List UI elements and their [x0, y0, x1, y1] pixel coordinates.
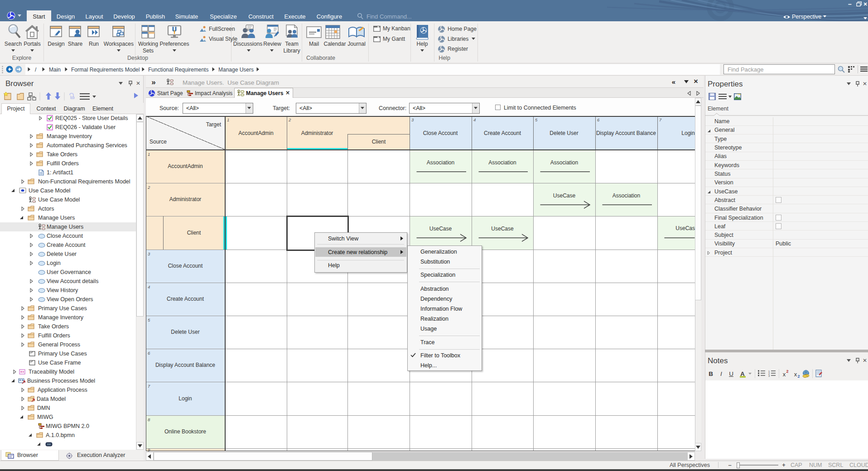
svg-text:3: 3: [768, 375, 770, 377]
